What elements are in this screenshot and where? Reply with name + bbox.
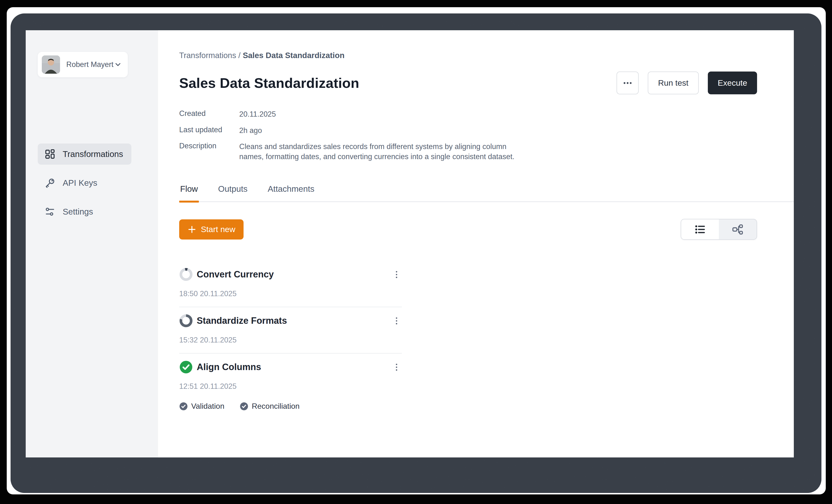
tab-attachments[interactable]: Attachments — [267, 184, 315, 201]
sidebar-item-label: Transformations — [63, 149, 123, 159]
meta-row-description: Description Cleans and standardizes sale… — [179, 142, 757, 162]
ellipsis-icon — [622, 78, 633, 88]
decorative-frame: Robert Mayert Transformations — [10, 13, 822, 493]
tag-check-icon — [240, 402, 249, 411]
progress-spinner-icon — [179, 268, 193, 281]
flow-item-title: Convert Currency — [197, 269, 391, 280]
user-name: Robert Mayert — [66, 60, 114, 69]
sidebar-nav: Transformations API Keys — [38, 143, 131, 222]
tag-reconciliation: Reconciliation — [240, 402, 300, 411]
last-updated-label: Last updated — [179, 125, 239, 136]
item-menu-button[interactable] — [391, 362, 402, 372]
sidebar-item-label: Settings — [63, 207, 93, 217]
progress-spinner-icon — [179, 314, 193, 328]
page-title: Sales Data Standardization — [179, 75, 617, 91]
chevron-down-icon — [114, 60, 122, 68]
page-header: Sales Data Standardization Run test Exec… — [179, 72, 757, 94]
flow-item[interactable]: Standardize Formats 15:32 20.11.2025 — [179, 307, 402, 353]
tab-bar: Flow Outputs Attachments — [179, 184, 794, 202]
view-toggle — [681, 219, 757, 240]
run-test-button[interactable]: Run test — [648, 72, 699, 94]
meta-section: Created 20.11.2025 Last updated 2h ago D… — [179, 109, 757, 162]
main-content: Transformations / Sales Data Standardiza… — [158, 30, 794, 457]
start-new-button[interactable]: Start new — [179, 219, 243, 240]
meta-row-updated: Last updated 2h ago — [179, 125, 757, 136]
created-value: 20.11.2025 — [239, 109, 276, 119]
breadcrumb: Transformations / Sales Data Standardiza… — [179, 51, 757, 60]
avatar — [42, 55, 60, 74]
user-menu[interactable]: Robert Mayert — [38, 52, 128, 77]
sidebar: Robert Mayert Transformations — [26, 30, 158, 457]
created-label: Created — [179, 109, 239, 119]
list-view-button[interactable] — [681, 219, 719, 239]
kebab-icon — [392, 316, 401, 326]
app-window: Robert Mayert Transformations — [26, 30, 794, 457]
graph-view-button[interactable] — [719, 219, 757, 239]
flow-item[interactable]: Convert Currency 18:50 20.11.2025 — [179, 261, 402, 307]
tag-label: Validation — [191, 402, 224, 411]
dashboard-grid-icon — [45, 148, 55, 160]
breadcrumb-root[interactable]: Transformations — [179, 51, 236, 60]
flow-toolbar: Start new — [179, 219, 757, 240]
meta-row-created: Created 20.11.2025 — [179, 109, 757, 119]
flow-item-tags: Validation Reconciliation — [179, 402, 402, 411]
kebab-icon — [392, 362, 401, 372]
tag-label: Reconciliation — [252, 402, 300, 411]
plus-icon — [187, 225, 197, 234]
sidebar-item-api-keys[interactable]: API Keys — [38, 172, 131, 193]
flow-item-timestamp: 18:50 20.11.2025 — [179, 289, 402, 298]
flow-item-timestamp: 12:51 20.11.2025 — [179, 382, 402, 391]
item-menu-button[interactable] — [391, 316, 402, 326]
flow-item-timestamp: 15:32 20.11.2025 — [179, 336, 402, 344]
item-menu-button[interactable] — [391, 269, 402, 280]
description-value: Cleans and standardizes sales records fr… — [239, 142, 526, 162]
execute-button[interactable]: Execute — [708, 72, 757, 94]
sidebar-item-settings[interactable]: Settings — [38, 201, 131, 222]
flow-item-title: Standardize Formats — [197, 316, 391, 326]
flow-item[interactable]: Align Columns 12:51 20.11.2025 — [179, 353, 402, 419]
flow-item-title: Align Columns — [197, 362, 391, 372]
header-actions: Run test Execute — [617, 72, 757, 94]
key-icon — [45, 177, 55, 188]
flow-list: Convert Currency 18:50 20.11.2025 — [179, 261, 402, 419]
tab-flow[interactable]: Flow — [179, 184, 199, 201]
breadcrumb-separator: / — [238, 51, 242, 60]
list-icon — [694, 223, 706, 236]
more-actions-button[interactable] — [617, 72, 639, 94]
tag-validation: Validation — [179, 402, 224, 411]
sidebar-item-transformations[interactable]: Transformations — [38, 143, 131, 165]
tag-check-icon — [179, 402, 188, 411]
sidebar-item-label: API Keys — [63, 178, 97, 188]
flow-graph-icon — [732, 223, 744, 236]
last-updated-value: 2h ago — [239, 125, 262, 136]
description-label: Description — [179, 142, 239, 162]
tab-outputs[interactable]: Outputs — [217, 184, 249, 201]
start-new-label: Start new — [201, 225, 235, 234]
kebab-icon — [392, 270, 401, 279]
breadcrumb-current: Sales Data Standardization — [243, 51, 345, 60]
sliders-icon — [45, 206, 55, 217]
success-check-icon — [179, 360, 193, 374]
